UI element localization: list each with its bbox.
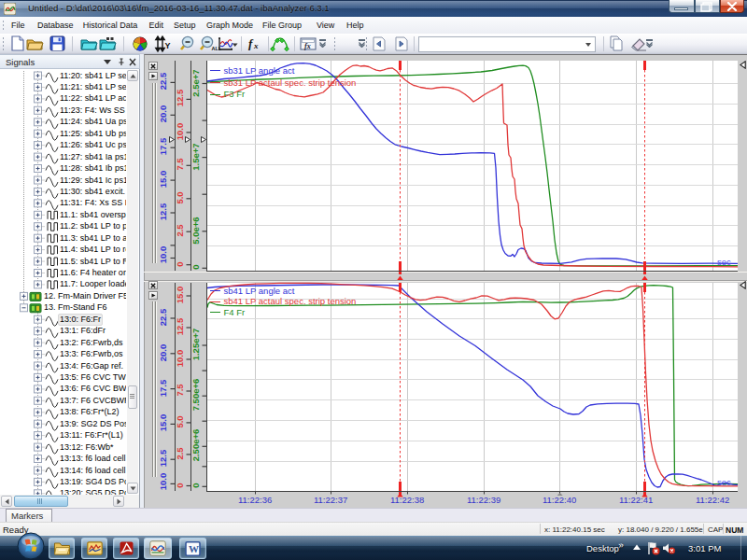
svg-text:W: W — [189, 543, 199, 554]
